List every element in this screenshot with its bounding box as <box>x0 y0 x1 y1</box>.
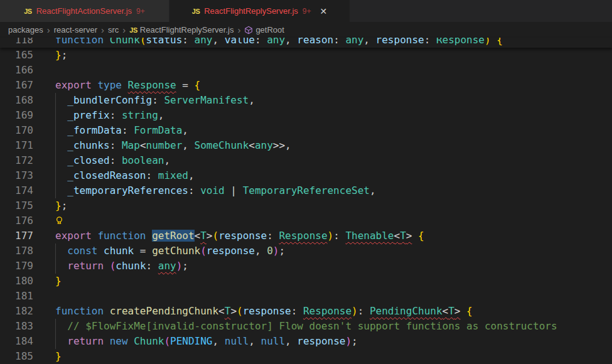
code-line[interactable]: 180} <box>0 274 612 289</box>
tab-reactflightactionserver[interactable]: JS ReactFlightActionServer.js 9+ <box>0 0 169 22</box>
code-line[interactable]: 171 _chunks: Map<number, SomeChunk<any>>… <box>0 138 612 153</box>
line-number: 180 <box>0 274 33 289</box>
chevron-right-icon: › <box>47 25 50 35</box>
code-text: _closedReason: mixed, <box>55 168 195 183</box>
code-line[interactable]: 175}; <box>0 198 612 213</box>
line-number: 185 <box>0 349 33 364</box>
breadcrumb-item-react-server[interactable]: react-server <box>54 25 97 35</box>
close-icon[interactable]: ✕ <box>319 7 327 16</box>
breadcrumb-item-symbol-getroot[interactable]: getRoot <box>244 25 284 35</box>
tab-label: ReactFlightReplyServer.js <box>204 6 298 16</box>
code-text: return (chunk: any); <box>55 259 188 274</box>
code-line[interactable]: 165}; <box>0 48 612 63</box>
line-number: 172 <box>0 153 33 168</box>
code-text: _bundlerConfig: ServerManifest, <box>55 93 255 108</box>
code-line[interactable]: 177export function getRoot<T>(response: … <box>0 228 612 244</box>
tab-bar: JS ReactFlightActionServer.js 9+ JS Reac… <box>0 0 612 22</box>
code-text: } <box>55 349 62 364</box>
breadcrumb-symbol-label: getRoot <box>255 25 284 35</box>
indent-guide <box>55 334 56 349</box>
tab-label: ReactFlightActionServer.js <box>36 6 132 16</box>
code-text: return new Chunk(PENDING, null, null, re… <box>55 334 358 349</box>
breadcrumb-item-file[interactable]: JS ReactFlightReplyServer.js <box>129 25 234 35</box>
indent-guide <box>55 244 56 259</box>
code-line[interactable]: 183 // $FlowFixMe[invalid-constructor] F… <box>0 319 612 334</box>
line-number: 175 <box>0 198 33 213</box>
code-line[interactable]: 179 return (chunk: any); <box>0 259 612 274</box>
code-text: _temporaryReferences: void | TemporaryRe… <box>55 183 376 198</box>
code-text: _formData: FormData, <box>55 123 188 138</box>
line-number: 173 <box>0 168 33 183</box>
code-text: _prefix: string, <box>55 108 164 123</box>
line-number: 169 <box>0 108 33 123</box>
code-line[interactable]: 118function Chunk(status: any, value: an… <box>0 38 612 48</box>
chevron-right-icon: › <box>122 25 126 35</box>
code-line[interactable]: 178 const chunk = getChunk(response, 0); <box>0 244 612 259</box>
code-text: const chunk = getChunk(response, 0); <box>55 244 285 259</box>
breadcrumb-file-label: ReactFlightReplyServer.js <box>140 25 234 35</box>
indent-guide <box>55 259 56 274</box>
line-number: 182 <box>0 304 33 319</box>
code-line[interactable]: 185} <box>0 349 612 364</box>
indent-guide <box>55 138 56 153</box>
code-line[interactable]: 172 _closed: boolean, <box>0 153 612 168</box>
line-number: 179 <box>0 259 33 274</box>
lightbulb-icon[interactable] <box>55 216 64 225</box>
line-number: 178 <box>0 244 33 259</box>
indent-guide <box>55 319 56 334</box>
indent-guide <box>55 123 56 138</box>
problems-count-badge: 9+ <box>303 7 311 16</box>
indent-guide <box>55 183 56 198</box>
problems-count-badge: 9+ <box>136 7 145 16</box>
code-line[interactable]: 170 _formData: FormData, <box>0 123 612 138</box>
chevron-right-icon: › <box>101 25 104 35</box>
sticky-scroll-line[interactable]: 118function Chunk(status: any, value: an… <box>0 38 612 48</box>
indent-guide <box>55 168 56 183</box>
indent-guide <box>55 108 56 123</box>
line-number: 166 <box>0 63 33 78</box>
code-text: } <box>55 274 62 289</box>
line-number: 118 <box>0 38 33 48</box>
chevron-right-icon: › <box>237 25 240 35</box>
code-editor: 118function Chunk(status: any, value: an… <box>0 38 612 364</box>
code-text: _closed: boolean, <box>55 153 170 168</box>
code-line[interactable]: 181 <box>0 289 612 304</box>
vscode-window: JS ReactFlightActionServer.js 9+ JS Reac… <box>0 0 612 364</box>
code-text: _chunks: Map<number, SomeChunk<any>>, <box>55 138 291 153</box>
breadcrumb: packages › react-server › src › JS React… <box>0 22 612 38</box>
line-number: 168 <box>0 93 33 108</box>
js-file-icon: JS <box>24 8 31 15</box>
code-text: export type Response = { <box>55 78 200 93</box>
code-text: function createPendingChunk<T>(response:… <box>55 304 473 319</box>
code-line[interactable]: 168 _bundlerConfig: ServerManifest, <box>0 93 612 108</box>
code-line[interactable]: 174 _temporaryReferences: void | Tempora… <box>0 183 612 198</box>
code-line[interactable]: 182function createPendingChunk<T>(respon… <box>0 304 612 319</box>
tab-reactflightreplyserver[interactable]: JS ReactFlightReplyServer.js 9+ ✕ <box>169 0 350 22</box>
code-line[interactable]: 169 _prefix: string, <box>0 108 612 123</box>
code-text: }; <box>55 48 67 63</box>
code-text: function Chunk(status: any, value: any, … <box>55 38 503 48</box>
line-number: 183 <box>0 319 33 334</box>
breadcrumb-item-src[interactable]: src <box>108 25 119 35</box>
indent-guide <box>55 153 56 168</box>
code-line[interactable]: 176 <box>0 213 612 228</box>
code-line[interactable]: 184 return new Chunk(PENDING, null, null… <box>0 334 612 349</box>
breadcrumb-item-packages[interactable]: packages <box>8 25 43 35</box>
line-number: 170 <box>0 123 33 138</box>
line-number: 177 <box>0 228 33 244</box>
line-number: 167 <box>0 78 33 93</box>
line-number: 181 <box>0 289 33 304</box>
code-lines: 165};166167export type Response = {168 _… <box>0 48 612 364</box>
line-number: 184 <box>0 334 33 349</box>
line-number: 165 <box>0 48 33 63</box>
code-line[interactable]: 167export type Response = { <box>0 78 612 93</box>
line-number: 174 <box>0 183 33 198</box>
symbol-method-icon <box>244 26 253 35</box>
line-number: 171 <box>0 138 33 153</box>
code-line[interactable]: 166 <box>0 63 612 78</box>
line-number: 176 <box>0 213 33 228</box>
indent-guide <box>55 93 56 108</box>
js-file-icon: JS <box>192 8 200 15</box>
code-line[interactable]: 173 _closedReason: mixed, <box>0 168 612 183</box>
code-text: export function getRoot<T>(response: Res… <box>55 228 424 244</box>
